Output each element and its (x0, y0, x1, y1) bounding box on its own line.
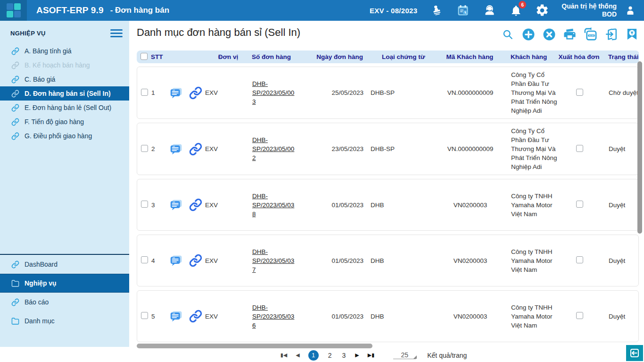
page-title: Danh mục đơn hàng bán sỉ (Sell In) (137, 26, 300, 39)
gear-icon[interactable] (535, 3, 549, 17)
page-2-button[interactable]: 2 (327, 352, 333, 359)
table-row[interactable]: 5 EXV DHB-SP/2023/05/036 01/05/2023 DHB … (137, 290, 639, 342)
bell-icon[interactable]: 6 (509, 3, 523, 17)
order-number-link[interactable]: DHB-SP/2023/05/038 (252, 193, 294, 218)
page-size-label: Kết quả/trang (427, 352, 467, 359)
link-chain-icon[interactable] (186, 143, 205, 156)
order-number-link[interactable]: DHB-SP/2023/05/003 (252, 80, 294, 105)
order-number-link[interactable]: DHB-SP/2023/05/036 (252, 304, 294, 329)
row-checkbox[interactable] (141, 145, 148, 152)
row-order-date: 25/05/2023 (331, 89, 363, 96)
invoice-checkbox[interactable] (576, 89, 583, 96)
page-1-button[interactable]: 1 (308, 350, 319, 361)
filter-bookmark-icon[interactable] (625, 27, 639, 42)
col-stt[interactable]: STT (151, 53, 165, 60)
row-checkbox[interactable] (141, 312, 148, 319)
col-invoice[interactable]: Xuất hóa đơn (559, 53, 600, 60)
order-number-link[interactable]: DHB-SP/2023/05/002 (252, 136, 294, 161)
search-icon[interactable] (500, 27, 515, 42)
comment-icon[interactable] (165, 142, 186, 156)
row-stt: 5 (151, 313, 165, 320)
page-3-button[interactable]: 3 (341, 352, 347, 359)
row-doc-type: DHB-SP (363, 89, 429, 96)
invoice-checkbox[interactable] (576, 256, 583, 263)
sidebar-item[interactable]: Nghiệp vụ (0, 274, 129, 293)
user-info[interactable]: Quản trị hệ thống BOD (561, 2, 617, 19)
col-order-date[interactable]: Ngày đơn hàng (316, 53, 363, 60)
delete-icon[interactable] (542, 27, 556, 42)
sidebar-item[interactable]: D. Đơn hàng bán sỉ (Sell In) (0, 86, 129, 101)
support-icon[interactable] (482, 3, 496, 17)
stamp-icon[interactable] (429, 3, 444, 17)
next-page-button[interactable]: ▶ (355, 352, 359, 358)
link-icon (11, 75, 20, 84)
row-doc-type: DHB-SP (363, 145, 429, 152)
sidebar-bottom-menu: DashBoard Nghiệp vụ Báo cáo (0, 254, 129, 330)
order-number-link[interactable]: DHB-SP/2023/05/037 (252, 248, 294, 273)
select-all-checkbox[interactable] (140, 53, 148, 60)
print-icon[interactable] (562, 27, 577, 42)
app-logo[interactable] (0, 0, 27, 21)
comment-icon[interactable] (165, 198, 186, 212)
table-row[interactable]: 4 EXV DHB-SP/2023/05/037 01/05/2023 DHB … (137, 235, 639, 286)
row-checkbox[interactable] (141, 89, 148, 96)
prev-page-button[interactable]: ◀ (296, 352, 299, 358)
collapse-back-button[interactable] (626, 345, 643, 361)
comment-icon[interactable] (165, 86, 186, 100)
add-icon[interactable] (521, 27, 536, 42)
table-row[interactable]: 3 EXV DHB-SP/2023/05/038 01/05/2023 DHB … (137, 179, 639, 231)
row-unit: EXV (205, 89, 252, 96)
link-icon (11, 118, 20, 126)
table-header-row: STT Đơn vị Số đơn hàng Ngày đơn hàng Loạ… (137, 51, 639, 63)
sidebar-item[interactable]: Báo cáo (0, 293, 129, 311)
row-status: Chờ duyệt (601, 89, 639, 96)
link-chain-icon[interactable] (186, 86, 205, 100)
vertical-scrollbar[interactable] (637, 61, 642, 234)
col-doc-type[interactable]: Loại chứng từ (363, 53, 429, 60)
invoice-checkbox[interactable] (576, 312, 583, 319)
period-label[interactable]: EXV - 08/2023 (370, 7, 417, 15)
user-icon[interactable] (623, 3, 637, 17)
link-icon (11, 298, 20, 306)
col-unit[interactable]: Đơn vị (218, 53, 239, 60)
comment-icon[interactable] (165, 253, 186, 268)
row-stt: 3 (151, 202, 165, 209)
sidebar-item[interactable]: E. Đơn hàng bán lẻ (Sell Out) (0, 101, 129, 115)
sidebar-item[interactable]: F. Tiến độ giao hàng (0, 115, 129, 129)
export-icon[interactable] (604, 27, 619, 42)
horizontal-scrollbar[interactable] (137, 344, 372, 348)
row-unit: EXV (205, 145, 252, 152)
link-chain-icon[interactable] (186, 198, 205, 211)
sidebar-item[interactable]: Danh mục (0, 311, 129, 330)
col-customer[interactable]: Khách hàng (511, 53, 558, 60)
hamburger-menu-icon[interactable] (110, 27, 123, 39)
invoice-checkbox[interactable] (576, 145, 583, 152)
link-chain-icon[interactable] (186, 310, 205, 323)
invoice-checkbox[interactable] (576, 201, 583, 208)
col-status[interactable]: Trạng thái (600, 53, 639, 60)
sidebar-item[interactable]: DashBoard (0, 255, 129, 274)
first-page-button[interactable]: ▮◀ (281, 352, 288, 358)
user-role: Quản trị hệ thống (561, 2, 617, 11)
row-order-date: 23/05/2023 (331, 145, 363, 152)
row-checkbox[interactable] (141, 256, 148, 263)
last-page-button[interactable]: ▶▮ (368, 352, 375, 358)
row-checkbox[interactable] (141, 201, 148, 208)
col-customer-code[interactable]: Mã Khách hàng (446, 53, 494, 60)
app-title: ASOFT-ERP 9.9 (36, 5, 104, 16)
sidebar-item[interactable]: C. Báo giá (0, 72, 129, 86)
col-order-no[interactable]: Số đơn hàng (252, 53, 297, 60)
sidebar-item[interactable]: B. Kế hoạch bán hàng (0, 58, 129, 72)
link-chain-icon[interactable] (186, 254, 205, 267)
sidebar-item[interactable]: A. Bảng tính giá (0, 44, 129, 58)
table-row[interactable]: 2 EXV DHB-SP/2023/05/002 23/05/2023 DHB-… (137, 123, 639, 175)
calendar-icon[interactable] (456, 3, 470, 17)
sidebar-item[interactable]: G. Điều phối giao hàng (0, 129, 129, 143)
page-size-input[interactable]: 25 (393, 351, 416, 359)
row-customer-code: VN.0000000009 (447, 145, 494, 152)
comment-icon[interactable] (165, 309, 186, 323)
table-row[interactable]: 1 EXV DHB-SP/2023/05/003 25/05/2023 DHB-… (137, 67, 639, 119)
row-stt: 1 (151, 89, 165, 96)
notification-badge: 6 (519, 1, 526, 8)
import-xlsx-icon[interactable]: XLSX (583, 27, 598, 42)
